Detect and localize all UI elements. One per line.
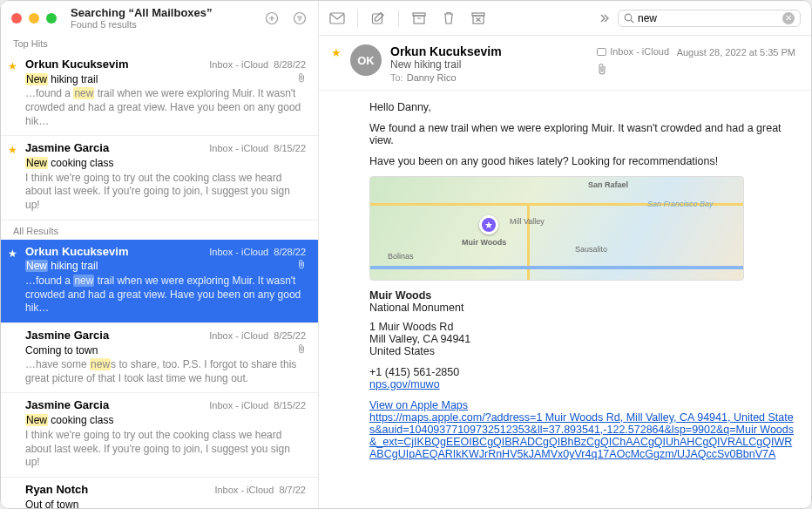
message-list-item[interactable]: Ryan NotchInbox - iCloud 8/7/22Out of to… [1, 478, 318, 508]
item-subject: Out of town [25, 499, 306, 508]
attachment-icon[interactable] [597, 63, 795, 75]
body-line: We found a new trail when we were explor… [369, 122, 794, 146]
location-address: 1 Muir Woods Rd [369, 321, 794, 333]
clear-search-button[interactable]: ✕ [782, 12, 795, 24]
item-subject: New cooking class [25, 157, 306, 171]
map-attachment[interactable]: San Rafael Mill Valley Muir Woods Sausal… [369, 176, 744, 281]
item-sender: Jasmine Garcia [25, 398, 209, 413]
item-subject: New hiking trail [25, 73, 297, 87]
item-meta: Inbox - iCloud 8/15/22 [209, 399, 306, 411]
item-preview: I think we're going to try out the cooki… [25, 429, 306, 470]
star-icon[interactable]: ★ [8, 248, 17, 261]
item-subject: New hiking trail [25, 260, 297, 274]
compose-icon[interactable] [370, 10, 386, 26]
header-sender: Orkun Kucuksevim [390, 44, 588, 58]
item-subject: Coming to town [25, 344, 297, 358]
header-subject: New hiking trail [390, 58, 588, 71]
body-line: Have you been on any good hikes lately? … [369, 155, 794, 167]
search-field[interactable]: ✕ [618, 10, 801, 27]
item-meta: Inbox - iCloud 8/15/22 [209, 142, 306, 154]
attachment-icon [297, 259, 306, 269]
location-title: Muir Woods [369, 289, 794, 302]
item-preview: …have some news to share, too. P.S. I fo… [25, 358, 306, 385]
item-meta: Inbox - iCloud 8/7/22 [214, 484, 306, 496]
attachment-icon [297, 343, 306, 354]
search-icon [624, 13, 634, 24]
message-list-item[interactable]: Jasmine GarciaInbox - iCloud 8/25/22Comi… [1, 323, 318, 394]
message-body: Hello Danny, We found a new trail when w… [319, 91, 811, 508]
message-list-item[interactable]: Jasmine GarciaInbox - iCloud 8/15/22New … [1, 393, 318, 477]
message-list-item[interactable]: ★Orkun KucuksevimInbox - iCloud 8/28/22N… [1, 52, 318, 136]
section-all-results: All Results [1, 221, 318, 240]
all-results-list: ★Orkun KucuksevimInbox - iCloud 8/28/22N… [1, 240, 318, 508]
mailbox-tag[interactable]: Inbox - iCloud [597, 44, 669, 59]
view-on-maps-link[interactable]: View on Apple Maps [369, 399, 468, 411]
trash-icon[interactable] [441, 10, 457, 26]
message-list-pane: Searching “All Mailboxes” Found 5 result… [1, 1, 319, 508]
mail-icon[interactable] [329, 10, 345, 26]
maps-url-link[interactable]: https://maps.apple.com/?address=1 Muir W… [369, 411, 794, 460]
item-sender: Orkun Kucuksevim [25, 58, 209, 72]
star-icon[interactable]: ★ [8, 144, 17, 158]
item-sender: Orkun Kucuksevim [25, 245, 209, 260]
message-header: ★ OK Orkun Kucuksevim New hiking trail T… [319, 36, 811, 91]
item-sender: Jasmine Garcia [25, 141, 209, 156]
result-count: Found 5 results [71, 19, 257, 30]
star-icon[interactable]: ★ [8, 60, 17, 74]
header-date: August 28, 2022 at 5:35 PM [677, 47, 795, 58]
mail-window: Searching “All Mailboxes” Found 5 result… [0, 0, 812, 509]
add-icon[interactable] [264, 10, 280, 26]
svg-rect-3 [373, 14, 382, 24]
svg-rect-5 [414, 16, 424, 24]
item-meta: Inbox - iCloud 8/25/22 [209, 329, 306, 342]
star-icon[interactable]: ★ [331, 44, 342, 83]
attachment-icon [297, 72, 306, 83]
location-phone: +1 (415) 561-2850 [369, 366, 794, 378]
item-meta: Inbox - iCloud 8/28/22 [209, 246, 306, 258]
location-website-link[interactable]: nps.gov/muwo [369, 378, 440, 390]
item-sender: Jasmine Garcia [25, 329, 209, 343]
map-pin-icon: ★ [479, 215, 498, 234]
message-pane: ✕ ★ OK Orkun Kucuksevim New hiking trail… [319, 1, 811, 508]
junk-icon[interactable] [470, 10, 486, 26]
message-list-item[interactable]: ★Orkun KucuksevimInbox - iCloud 8/28/22N… [1, 240, 318, 323]
overflow-icon[interactable] [597, 10, 612, 26]
search-input[interactable] [638, 12, 779, 24]
window-title: Searching “All Mailboxes” [71, 6, 257, 19]
zoom-window-button[interactable] [46, 13, 57, 24]
sender-avatar: OK [350, 44, 382, 76]
toolbar: ✕ [319, 1, 811, 36]
item-subject: New cooking class [25, 414, 306, 428]
item-meta: Inbox - iCloud 8/28/22 [209, 58, 306, 71]
top-hits-list: ★Orkun KucuksevimInbox - iCloud 8/28/22N… [1, 52, 318, 221]
item-preview: …found a new trail when we were explorin… [25, 87, 306, 128]
svg-point-8 [625, 14, 632, 21]
svg-rect-9 [598, 48, 606, 55]
location-address: Mill Valley, CA 94941 [369, 333, 794, 345]
traffic-lights [11, 13, 64, 24]
location-address: United States [369, 345, 794, 357]
item-preview: I think we're going to try out the cooki… [25, 172, 306, 213]
header-to: To:Danny Rico [390, 72, 588, 83]
close-window-button[interactable] [11, 13, 22, 24]
titlebar: Searching “All Mailboxes” Found 5 result… [1, 1, 318, 33]
item-sender: Ryan Notch [25, 483, 214, 498]
archive-icon[interactable] [411, 10, 427, 26]
body-line: Hello Danny, [369, 101, 794, 113]
section-top-hits: Top Hits [1, 33, 318, 52]
minimize-window-button[interactable] [29, 13, 39, 24]
item-preview: …found a new trail when we were explorin… [25, 275, 306, 316]
location-subtitle: National Monument [369, 302, 794, 314]
message-list-item[interactable]: ★Jasmine GarciaInbox - iCloud 8/15/22New… [1, 136, 318, 220]
filter-icon[interactable] [292, 10, 308, 26]
